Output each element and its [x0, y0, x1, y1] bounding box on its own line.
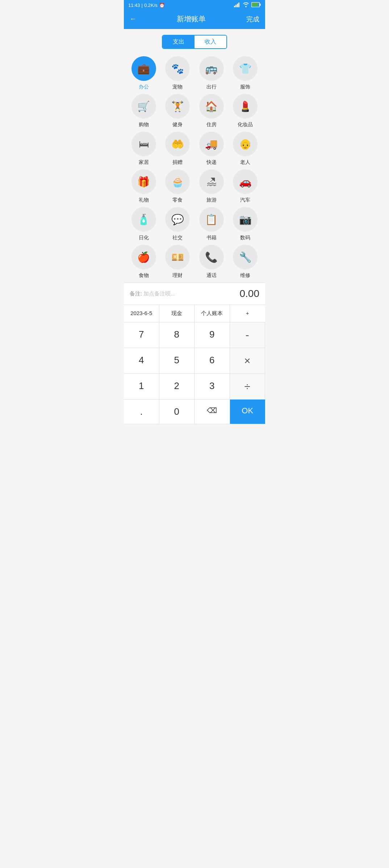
category-label-snack: 零食: [172, 197, 183, 203]
calc-key-7[interactable]: 7: [124, 322, 159, 348]
category-item-finance[interactable]: 💴理财: [161, 245, 195, 279]
svg-rect-1: [235, 5, 237, 7]
svg-rect-2: [237, 4, 238, 7]
category-item-snack[interactable]: 🧁零食: [161, 169, 195, 203]
category-item-housing[interactable]: 🏠住房: [194, 94, 229, 128]
category-item-tourism[interactable]: 🏖旅游: [194, 169, 229, 203]
category-item-book[interactable]: 📋书籍: [194, 207, 229, 241]
category-icon-gift: 🎁: [131, 169, 156, 194]
calc-top-account[interactable]: 个人账本: [194, 305, 230, 322]
category-item-clothing[interactable]: 👕服饰: [229, 56, 263, 90]
category-item-repair[interactable]: 🔧维修: [229, 245, 263, 279]
category-item-elder[interactable]: 👴老人: [229, 132, 263, 166]
category-item-social[interactable]: 💬社交: [161, 207, 195, 241]
category-label-cosmetics: 化妆品: [238, 121, 253, 128]
calc-top-plus[interactable]: +: [230, 305, 265, 322]
calc-key-_[interactable]: ⌫: [194, 400, 230, 424]
remark-input[interactable]: 加点备注呗...: [143, 290, 175, 297]
category-item-food[interactable]: 🍎食物: [127, 245, 161, 279]
category-label-courier: 快递: [206, 159, 217, 166]
category-label-digital: 数码: [240, 235, 250, 241]
category-icon-fitness: 🏋: [165, 94, 190, 119]
back-button[interactable]: ←: [130, 15, 136, 23]
calc-top-date[interactable]: 2023-6-5: [124, 305, 159, 322]
calc-key-0[interactable]: 0: [159, 400, 195, 424]
calc-key-_[interactable]: ÷: [230, 374, 265, 400]
status-left: 11:43 | 0.2K/s ⏰: [128, 3, 165, 8]
category-icon-cosmetics: 💄: [233, 94, 258, 119]
tab-income[interactable]: 收入: [194, 36, 226, 48]
tab-container: 支出 收入: [124, 29, 265, 53]
category-label-elder: 老人: [240, 159, 250, 166]
amount-display: 0.00: [240, 288, 260, 299]
category-icon-elder: 👴: [233, 132, 258, 156]
calc-key-OK[interactable]: OK: [230, 400, 265, 424]
svg-rect-5: [260, 4, 261, 6]
category-item-fitness[interactable]: 🏋健身: [161, 94, 195, 128]
calc-key-2[interactable]: 2: [159, 374, 195, 400]
category-label-pet: 宠物: [172, 84, 183, 90]
category-item-travel[interactable]: 🚌出行: [194, 56, 229, 90]
category-item-furniture[interactable]: 🛏家居: [127, 132, 161, 166]
category-item-digital[interactable]: 📷数码: [229, 207, 263, 241]
category-icon-social: 💬: [165, 207, 190, 232]
category-icon-housing: 🏠: [199, 94, 224, 119]
category-label-food: 食物: [139, 272, 149, 279]
category-label-car: 汽车: [240, 197, 250, 203]
category-item-pet[interactable]: 🐾宠物: [161, 56, 195, 90]
calc-key-9[interactable]: 9: [194, 322, 230, 348]
remark-label: 备注:: [130, 290, 142, 297]
category-label-repair: 维修: [240, 272, 250, 279]
category-grid: 💼办公🐾宠物🚌出行👕服饰🛒购物🏋健身🏠住房💄化妆品🛏家居🤲捐赠🚚快递👴老人🎁礼物…: [124, 53, 265, 282]
category-item-cosmetics[interactable]: 💄化妆品: [229, 94, 263, 128]
calc-key-8[interactable]: 8: [159, 322, 195, 348]
category-icon-daily: 🧴: [131, 207, 156, 232]
category-item-shopping[interactable]: 🛒购物: [127, 94, 161, 128]
svg-rect-0: [234, 6, 235, 7]
category-item-gift[interactable]: 🎁礼物: [127, 169, 161, 203]
category-icon-food: 🍎: [131, 245, 156, 269]
calc-key-1[interactable]: 1: [124, 374, 159, 400]
category-item-office[interactable]: 💼办公: [127, 56, 161, 90]
category-label-shopping: 购物: [139, 121, 149, 128]
category-icon-shopping: 🛒: [131, 94, 156, 119]
time-display: 11:43: [128, 3, 140, 8]
remark-row: 备注: 加点备注呗... 0.00: [124, 282, 265, 305]
category-item-phone[interactable]: 📞通话: [194, 245, 229, 279]
category-label-travel: 出行: [206, 84, 217, 90]
category-label-book: 书籍: [206, 235, 217, 241]
calc-key-5[interactable]: 5: [159, 348, 195, 374]
calc-key-6[interactable]: 6: [194, 348, 230, 374]
app-header: ← 新增账单 完成: [124, 11, 265, 29]
category-icon-travel: 🚌: [199, 56, 224, 81]
calc-top-payment[interactable]: 现金: [159, 305, 195, 322]
calc-key-_[interactable]: ×: [230, 348, 265, 374]
category-icon-tourism: 🏖: [199, 169, 224, 194]
category-item-daily[interactable]: 🧴日化: [127, 207, 161, 241]
category-icon-clothing: 👕: [233, 56, 258, 81]
done-button[interactable]: 完成: [246, 15, 259, 24]
tab-expense[interactable]: 支出: [163, 36, 194, 48]
calc-key-_[interactable]: -: [230, 322, 265, 348]
category-icon-furniture: 🛏: [131, 132, 156, 156]
calc-key-4[interactable]: 4: [124, 348, 159, 374]
page-title: 新增账单: [177, 14, 206, 24]
category-icon-car: 🚗: [233, 169, 258, 194]
category-item-car[interactable]: 🚗汽车: [229, 169, 263, 203]
wifi-icon: [243, 2, 249, 8]
category-label-fitness: 健身: [172, 121, 183, 128]
alarm-icon: ⏰: [159, 3, 165, 8]
category-item-donation[interactable]: 🤲捐赠: [161, 132, 195, 166]
calc-top-row: 2023-6-5现金个人账本+: [124, 305, 265, 322]
category-label-daily: 日化: [139, 235, 149, 241]
signal-icon: [234, 2, 240, 8]
category-item-courier[interactable]: 🚚快递: [194, 132, 229, 166]
category-label-gift: 礼物: [139, 197, 149, 203]
category-label-donation: 捐赠: [172, 159, 183, 166]
calc-key-_[interactable]: .: [124, 400, 159, 424]
calc-key-3[interactable]: 3: [194, 374, 230, 400]
category-icon-digital: 📷: [233, 207, 258, 232]
category-label-office: 办公: [139, 84, 149, 90]
category-icon-finance: 💴: [165, 245, 190, 269]
status-bar: 11:43 | 0.2K/s ⏰: [124, 0, 265, 11]
